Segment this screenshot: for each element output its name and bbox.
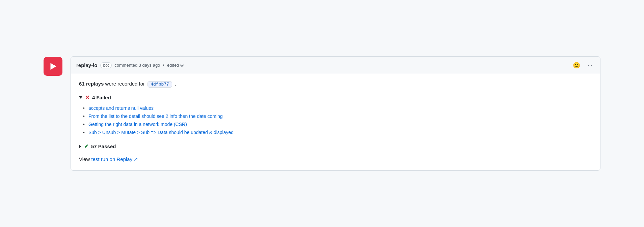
username-label: replay-io (76, 62, 98, 68)
bot-badge: bot (100, 62, 112, 68)
recorded-suffix: . (175, 81, 176, 87)
edited-button[interactable]: edited (167, 63, 183, 68)
header-right: 🙂 ··· (572, 61, 595, 70)
test-link-4[interactable]: Sub > Unsub > Mutate > Sub => Data shoul… (88, 130, 234, 135)
passed-label: 57 Passed (91, 143, 116, 149)
emoji-reaction-button[interactable]: 🙂 (572, 61, 581, 70)
comment-container: replay-io bot commented 3 days ago • edi… (44, 56, 600, 171)
failed-section-header[interactable]: ✕ 4 Failed (79, 94, 592, 101)
replays-count: 61 replays (79, 81, 104, 87)
x-icon: ✕ (85, 94, 89, 101)
failed-section: ✕ 4 Failed accepts and returns null valu… (79, 94, 592, 136)
triangle-down-icon (79, 96, 82, 99)
chevron-down-icon (180, 63, 184, 67)
test-link-2[interactable]: From the list to the detail should see 2… (88, 114, 223, 119)
list-item: Getting the right data in a network mode… (88, 120, 592, 128)
comment-header: replay-io bot commented 3 days ago • edi… (71, 57, 600, 74)
check-icon: ✔ (84, 143, 88, 150)
comment-body: 61 replays were recorded for 4dfbb77 . ✕… (71, 74, 600, 170)
svg-marker-0 (51, 63, 57, 70)
commit-hash-badge: 4dfbb77 (147, 81, 172, 88)
emoji-icon: 🙂 (573, 62, 580, 69)
list-item: From the list to the detail should see 2… (88, 112, 592, 120)
test-link-3[interactable]: Getting the right data in a network mode… (88, 122, 187, 127)
test-link-1[interactable]: accepts and returns null values (88, 105, 154, 111)
triangle-right-icon (79, 145, 81, 148)
passed-section: ✔ 57 Passed (79, 143, 592, 150)
list-item: accepts and returns null values (88, 104, 592, 112)
view-prefix: View (79, 156, 91, 162)
recorded-middle: were recorded for (105, 81, 146, 87)
view-line: View test run on Replay ↗ (79, 156, 592, 162)
header-left: replay-io bot commented 3 days ago • edi… (76, 62, 183, 68)
view-replay-link[interactable]: test run on Replay ↗ (91, 156, 138, 162)
recorded-line: 61 replays were recorded for 4dfbb77 . (79, 81, 592, 88)
more-icon: ··· (587, 62, 592, 69)
comment-box: replay-io bot commented 3 days ago • edi… (71, 56, 600, 171)
failed-test-list: accepts and returns null values From the… (79, 104, 592, 136)
list-item: Sub > Unsub > Mutate > Sub => Data shoul… (88, 128, 592, 136)
more-options-button[interactable]: ··· (585, 61, 595, 70)
avatar (44, 57, 62, 76)
failed-label: 4 Failed (92, 95, 111, 100)
separator: • (163, 63, 164, 68)
comment-meta-text: commented 3 days ago (114, 63, 160, 68)
avatar-column (44, 56, 71, 76)
edited-label: edited (167, 63, 179, 68)
play-icon (48, 61, 58, 71)
passed-section-header[interactable]: ✔ 57 Passed (79, 143, 592, 150)
